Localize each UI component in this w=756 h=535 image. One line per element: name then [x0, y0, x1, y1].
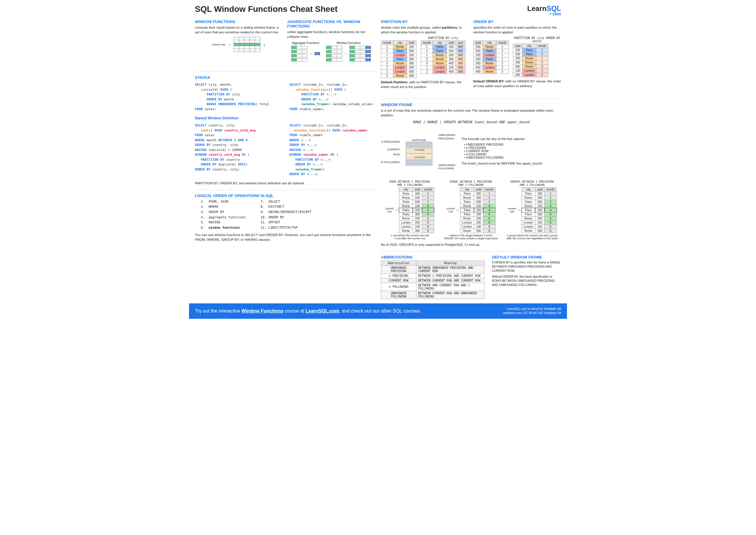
footer-link-site[interactable]: LearnSQL.com: [305, 308, 339, 313]
agg-diagram-a: [291, 46, 308, 62]
arrow-right-icon: →: [344, 52, 348, 56]
wf-diagram: [233, 37, 260, 52]
named-wd-heading: Named Window Definition: [195, 116, 375, 120]
footer-right: LearnSQL.com is owned by Vertabelo SA ve…: [503, 307, 561, 315]
frame-ex-a-cap: ROWS BETWEEN 1 PRECEDING AND 1 FOLLOWING: [381, 180, 439, 186]
frame-heading: WINDOW FRAME: [381, 102, 561, 107]
syntax-code-1: SELECT city, month, sum(sold) OVER ( PAR…: [195, 82, 281, 112]
abbrev-table: AbbreviationMeaningUNBOUNDED PRECEDINGBE…: [381, 261, 485, 299]
frame-diag-right: UNBOUNDED PRECEDING UNBOUNDED FOLLOWING: [438, 127, 455, 178]
agg-heading: AGGREGATE FUNCTIONS VS. WINDOW FUNCTIONS: [287, 19, 375, 28]
default-frame-heading: DEFAULT WINDOW FRAME: [492, 255, 561, 259]
arrow-right-icon: →: [456, 208, 459, 212]
arrow-right-icon: →: [309, 52, 313, 56]
wf-text: compute their result based on a sliding …: [195, 25, 283, 35]
agg-text: unlike aggregate functions, window funct…: [287, 30, 375, 39]
wf-heading: WINDOW FUNCTIONS: [195, 19, 283, 24]
orderby-label: PARTITION BY city ORDER BY month: [513, 36, 561, 43]
logical-list-a: 1. FROM, JOIN 2. WHERE 3. GROUP BY 4. ag…: [195, 199, 246, 230]
logo: LearnSQL com: [527, 4, 561, 16]
page-title: SQL Window Functions Cheat Sheet: [195, 4, 338, 14]
frame-table-b: citysoldmonthParis3001Rome2001Paris5002R…: [460, 187, 496, 233]
partition-label: PARTITION BY city: [421, 36, 465, 40]
arrow-down-icon: ↓: [263, 41, 266, 48]
syntax-code-4: SELECT <column_1>, <column_2>, <window_f…: [289, 123, 375, 177]
arrow-right-icon: →: [517, 208, 521, 212]
agg-col-a: Aggregate Functions: [291, 42, 320, 44]
frame-table-a: citysoldmonthParis3001Rome2001Paris5002R…: [399, 187, 434, 233]
frame-ex-a-desc: 1 row before the current row and 1 row a…: [381, 234, 439, 240]
logical-heading: LOGICAL ORDER OF OPERATIONS IN SQL: [195, 193, 375, 198]
orderby-heading: ORDER BY: [473, 19, 561, 24]
syntax-code-2: SELECT <column_1>, <column_2>, <window_f…: [289, 82, 375, 112]
frame-diag-bars: PARTITION ↑ N ROWS ↓ M ROWS: [406, 139, 432, 165]
frame-row-label-b: current row: [446, 207, 455, 213]
current-row-label: current row: [212, 43, 225, 46]
bounds-list: UNBOUNDED PRECEDING n PRECEDING CURRENT …: [461, 143, 561, 159]
logical-list-b: 7. SELECT 8. DISTINCT 9. UNION/INTERSECT…: [255, 199, 311, 230]
agg-col-b: Window Functions: [326, 42, 371, 44]
orderby-table-b: soldcitymonth300Paris1500Paris2200Rome13…: [513, 44, 548, 77]
frame-ex-c-cap: GROUPS BETWEEN 1 PRECEDING AND 1 FOLLOWI…: [503, 180, 561, 186]
syntax-note: PARTITION BY, ORDER BY, and window frame…: [195, 181, 375, 185]
partition-heading: PARTITION BY: [381, 19, 469, 24]
arrow-right-icon: →: [394, 208, 398, 212]
partition-text: divides rows into multiple groups, calle…: [381, 25, 469, 35]
default-frame-p1: If ORDER BY is specified, then the frame…: [492, 261, 561, 273]
bounds-note: The lower_bound must be BEFORE the upper…: [461, 161, 561, 166]
abbrev-heading: ABBREVIATIONS: [381, 255, 485, 259]
frame-syntax: ROWS | RANGE | GROUPS BETWEEN lower_boun…: [381, 120, 561, 125]
bounds-intro: The bounds can be any of the five option…: [461, 136, 561, 141]
partition-default: Default Partition: with no PARTITION BY …: [381, 80, 469, 89]
orderby-default: Default ORDER BY: with no ORDER BY claus…: [473, 79, 561, 88]
agg-diagram-b: [326, 46, 342, 62]
syntax-code-3: SELECT country, city, rank() OVER countr…: [195, 123, 281, 172]
frame-ex-b-desc: values in the range between 3 and 5 ORDE…: [442, 234, 500, 240]
frame-text: is a set of rows that are somehow relate…: [381, 108, 561, 118]
frame-diag-labels: N PRECEDING CURRENT ROW M FOLLOWING: [381, 139, 400, 164]
logo-learn: Learn: [527, 4, 546, 13]
partition-table-b: monthcitysoldsum1Paris3008002Paris500800…: [421, 41, 465, 74]
groups-note: As of 2020, GROUPS is only supported in …: [381, 242, 561, 247]
orderby-text: specifies the order of rows in each part…: [473, 25, 561, 35]
footer-main: Try out the interactive Window Functions…: [195, 308, 421, 314]
default-frame-p2: Without ORDER BY, the frame specificatio…: [492, 275, 561, 287]
partition-table-a: monthcitysold1Rome2002Paris5001London100…: [381, 41, 417, 78]
frame-ex-b-cap: RANGE BETWEEN 1 PRECEDING AND 1 FOLLOWIN…: [442, 180, 500, 186]
syntax-heading: SYNTAX: [195, 75, 375, 80]
frame-row-label-c: current row: [508, 207, 516, 213]
frame-row-label-a: current row: [385, 207, 394, 213]
footer-link-wf[interactable]: Window Functions: [242, 308, 284, 313]
arrow-right-icon: →: [228, 42, 231, 47]
frame-ex-c-desc: 1 group before the current row and 1 gro…: [503, 234, 561, 240]
frame-table-c: citysoldmonthParis3001Rome2001Paris5002R…: [522, 187, 557, 233]
logical-note: You can use window functions in SELECT a…: [195, 233, 375, 242]
orderby-table-a: soldcitymonth200Rome1500Paris2100London1…: [473, 41, 509, 74]
